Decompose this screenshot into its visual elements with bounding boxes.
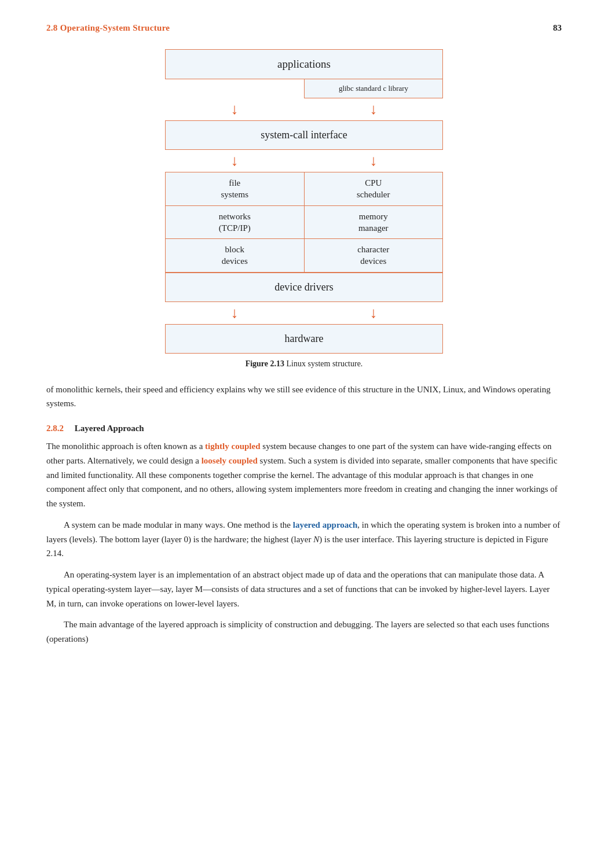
arrows-after-drivers: ↓ ↓ bbox=[165, 302, 443, 324]
arrow-left-3: ↓ bbox=[165, 306, 304, 321]
arrows-after-syscall: ↓ ↓ bbox=[165, 150, 443, 172]
page-number: 83 bbox=[553, 23, 562, 33]
arrow-down-icon: ↓ bbox=[370, 153, 378, 168]
page-header: 2.8 Operating-System Structure 83 bbox=[46, 23, 562, 33]
tightly-coupled-highlight: tightly coupled bbox=[205, 442, 260, 451]
para1-text: of monolithic kernels, their speed and e… bbox=[46, 385, 551, 409]
arrow-right-3: ↓ bbox=[304, 306, 443, 321]
syscall-label: system-call interface bbox=[261, 129, 347, 141]
paragraph-5: The main advantage of the layered approa… bbox=[46, 617, 562, 646]
para3-start: A system can be made modular in many way… bbox=[64, 520, 293, 529]
para5-text: The main advantage of the layered approa… bbox=[46, 620, 550, 643]
module-cpu-scheduler: CPUscheduler bbox=[305, 172, 443, 206]
applications-label: applications bbox=[277, 58, 331, 70]
device-drivers-box: device drivers bbox=[165, 273, 443, 302]
figure-label: Figure 2.13 bbox=[246, 359, 284, 368]
modules-left-col: filesystems networks(TCP/IP) blockdevice… bbox=[166, 172, 305, 272]
hardware-box: hardware bbox=[165, 324, 443, 354]
module-networks: networks(TCP/IP) bbox=[166, 206, 304, 240]
arrow-left-2: ↓ bbox=[165, 153, 304, 168]
arrow-down-icon: ↓ bbox=[370, 102, 378, 117]
arrow-right-1: ↓ bbox=[304, 102, 443, 117]
applications-box: applications bbox=[165, 49, 443, 79]
figure-container: applications glibc standard c library ↓ … bbox=[165, 49, 443, 369]
arrow-down-icon: ↓ bbox=[370, 306, 378, 321]
section-num: 2.8.2 bbox=[46, 424, 64, 433]
arrow-down-icon: ↓ bbox=[231, 306, 239, 321]
hardware-label: hardware bbox=[285, 333, 324, 344]
glibc-row: glibc standard c library bbox=[165, 79, 443, 98]
figure-caption-text: Linux system structure. bbox=[287, 359, 363, 368]
paragraph-3: A system can be made modular in many way… bbox=[46, 518, 562, 561]
paragraph-1: of monolithic kernels, their speed and e… bbox=[46, 382, 562, 411]
layered-approach-highlight: layered approach bbox=[293, 520, 358, 529]
glibc-label: glibc standard c library bbox=[339, 84, 408, 93]
section-title: 2.8 Operating-System Structure bbox=[46, 23, 170, 33]
modules-right-col: CPUscheduler memorymanager characterdevi… bbox=[305, 172, 443, 272]
syscall-box: system-call interface bbox=[165, 120, 443, 150]
arrow-down-icon: ↓ bbox=[231, 102, 239, 117]
para3-N: N bbox=[313, 535, 319, 544]
main-text: of monolithic kernels, their speed and e… bbox=[46, 382, 562, 646]
module-block-devices: blockdevices bbox=[166, 239, 304, 272]
loosely-coupled-highlight: loosely coupled bbox=[202, 456, 258, 465]
arrow-right-2: ↓ bbox=[304, 153, 443, 168]
modules-grid: filesystems networks(TCP/IP) blockdevice… bbox=[165, 172, 443, 273]
figure-caption: Figure 2.13 Linux system structure. bbox=[246, 359, 363, 369]
para4-text: An operating-system layer is an implemen… bbox=[46, 570, 550, 608]
module-file-systems: filesystems bbox=[166, 172, 304, 206]
arrow-left-1: ↓ bbox=[165, 102, 304, 117]
glibc-box: glibc standard c library bbox=[304, 79, 443, 98]
paragraph-4: An operating-system layer is an implemen… bbox=[46, 568, 562, 610]
para2-start: The monolithic approach is often known a… bbox=[46, 442, 205, 451]
paragraph-2: The monolithic approach is often known a… bbox=[46, 439, 562, 511]
module-memory-manager: memorymanager bbox=[305, 206, 443, 240]
device-drivers-label: device drivers bbox=[274, 281, 333, 293]
section-heading-2-8-2: 2.8.2 Layered Approach bbox=[46, 424, 562, 433]
arrow-down-icon: ↓ bbox=[231, 153, 239, 168]
section-name: Layered Approach bbox=[66, 424, 144, 433]
arrows-after-apps: ↓ ↓ bbox=[165, 98, 443, 120]
linux-diagram: applications glibc standard c library ↓ … bbox=[165, 49, 443, 354]
module-character-devices: characterdevices bbox=[305, 239, 443, 272]
